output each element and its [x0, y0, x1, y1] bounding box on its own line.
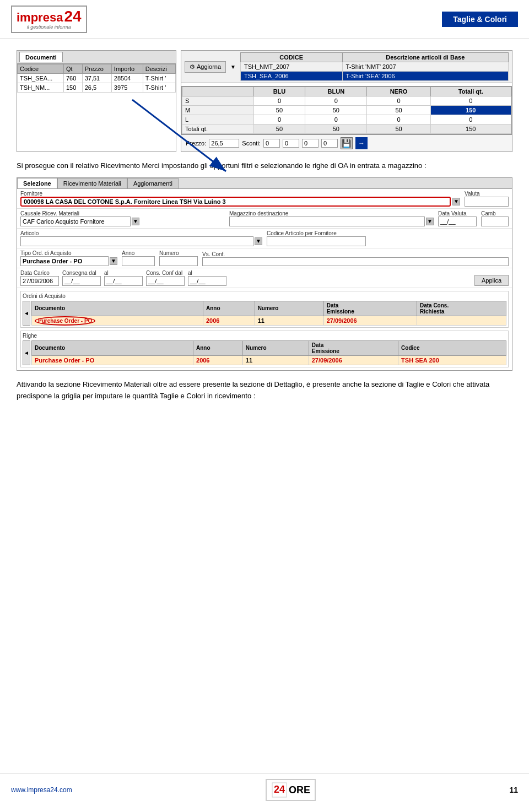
tab-selezione[interactable]: Selezione [17, 178, 57, 188]
cell-data-emissione: 27/09/2006 [323, 316, 417, 325]
col-size [182, 87, 254, 96]
article-list-table: CODICE Descrizione articoli di Base TSH_… [240, 52, 509, 81]
size-label-l: L [182, 115, 254, 124]
table-row[interactable]: TSH_SEA... 760 37,51 28504 T-Shirt ' [18, 74, 176, 83]
scroll-left-icon[interactable]: ◄ [23, 301, 30, 326]
right-panel: ⚙ Aggiorna ▼ CODICE Descrizione articoli… [181, 50, 512, 152]
aggiorna-button[interactable]: ⚙ Aggiorna [185, 61, 226, 73]
data-valuta-input[interactable] [438, 216, 477, 226]
anno-input[interactable] [122, 256, 155, 266]
vs-conf-label: Vs. Conf. [202, 251, 509, 257]
list-item[interactable]: TSH_NMT_2007 T-Shirt 'NMT' 2007 [240, 62, 508, 72]
list-item[interactable]: TSH_SEA_2006 T-Shirt 'SEA' 2006 [240, 72, 508, 81]
fornitore-dropdown[interactable]: ▼ [452, 198, 460, 205]
consegna-al-input[interactable] [104, 276, 143, 286]
magazzino-input[interactable] [229, 216, 425, 226]
causale-section: Causale Ricev. Materiali ▼ Magazzino des… [17, 209, 512, 229]
col-codice-art: CODICE [240, 53, 342, 62]
tipo-ord-dropdown[interactable]: ▼ [110, 257, 117, 265]
ordini-acquisto-title: Ordini di Acquisto [23, 293, 506, 299]
cons-conf-al-label: al [188, 270, 226, 276]
col-blu: BLU [253, 87, 305, 96]
size-row-s: S 0 0 0 0 [182, 96, 511, 106]
table-row[interactable]: Purchase Order - PO 2006 11 27/09/2006 T… [32, 355, 506, 365]
save-icon[interactable]: 💾 [341, 137, 353, 149]
main-content: Documenti Codice Qt Prezzo Importo Descr… [0, 39, 529, 421]
articolo-section: Articolo ▼ Codice Articolo per Fornitore [17, 229, 512, 248]
cell-l-nero[interactable]: 0 [367, 115, 430, 124]
causale-dropdown[interactable]: ▼ [132, 218, 139, 225]
cell-m-blu[interactable]: 50 [253, 106, 305, 115]
tab-ricevimento[interactable]: Ricevimento Materiali [57, 178, 127, 188]
cons-conf-al-input[interactable] [188, 276, 226, 286]
cell-tot-totali: 150 [430, 124, 511, 134]
cell-numero-r: 11 [242, 355, 309, 365]
cell-m-blun[interactable]: 50 [305, 106, 367, 115]
magazzino-dropdown[interactable]: ▼ [426, 218, 434, 225]
art-desc: T-Shirt 'SEA' 2006 [342, 72, 508, 81]
art-codice: TSH_NMT_2007 [240, 62, 342, 72]
numero-input[interactable] [159, 256, 198, 266]
table-row[interactable]: Purchase Order - PO 2006 11 27/09/2006 [32, 316, 506, 325]
footer-url: www.impresa24.com [11, 786, 72, 794]
sconto2-input[interactable] [283, 139, 299, 148]
anno-label: Anno [122, 250, 155, 256]
size-row-l: L 0 0 0 0 [182, 115, 511, 124]
applica-button[interactable]: Applica [474, 275, 509, 286]
codice-art-fornitore-input[interactable] [267, 236, 366, 246]
sconto3-input[interactable] [302, 139, 319, 148]
causale-input[interactable] [20, 216, 131, 226]
numero-label: Numero [159, 250, 198, 256]
size-label-totali: Totali qt. [182, 124, 254, 134]
cell-s-blun[interactable]: 0 [305, 96, 367, 106]
consegna-dal-input[interactable] [62, 276, 101, 286]
cell-l-blun[interactable]: 0 [305, 115, 367, 124]
cambio-label: Camb [481, 210, 509, 216]
articolo-input[interactable] [20, 236, 253, 246]
consegna-dal-label: Consegna dal [62, 270, 101, 276]
col-numero: Numero [255, 301, 323, 316]
cambio-input[interactable] [481, 216, 509, 226]
righe-table: Documento Anno Numero DataEmissione Codi… [31, 340, 506, 365]
circle-highlight: Purchase Order - PO [35, 316, 95, 326]
prezzo-label: Prezzo: [186, 140, 206, 147]
sconto1-input[interactable] [263, 139, 280, 148]
cell-prezzo: 37,51 [82, 74, 111, 83]
articolo-dropdown[interactable]: ▼ [255, 237, 262, 245]
size-row-totali: Totali qt. 50 50 50 150 [182, 124, 511, 134]
header: impresa 24 il gestionale informa Taglie … [0, 0, 529, 39]
price-bar: Prezzo: Sconti: 💾 → [181, 134, 512, 151]
documents-table: Codice Qt Prezzo Importo Descrizi TSH_SE… [17, 64, 176, 93]
tab-aggiornamenti[interactable]: Aggiornamenti [127, 178, 179, 188]
sconto4-input[interactable] [321, 139, 338, 148]
col-data-cons: Data Cons.Richiesta [417, 301, 506, 316]
data-carico-input[interactable] [20, 276, 59, 286]
tipo-ord-input[interactable] [20, 256, 109, 266]
fornitore-input[interactable] [20, 197, 451, 207]
navigate-icon[interactable]: → [355, 137, 368, 149]
vs-conf-input[interactable] [202, 257, 509, 266]
cell-l-blu[interactable]: 0 [253, 115, 305, 124]
prezzo-input[interactable] [209, 139, 239, 148]
cell-qt: 760 [64, 74, 83, 83]
col-desc-art: Descrizione articoli di Base [342, 53, 508, 62]
svg-text:24: 24 [274, 784, 285, 795]
documenti-tab[interactable]: Documenti [19, 52, 63, 62]
scroll-left-righe-icon[interactable]: ◄ [23, 340, 30, 365]
cell-anno: 2006 [203, 316, 255, 325]
col-descrizi: Descrizi [143, 64, 175, 74]
footer-logo: 24 ORE [266, 779, 316, 801]
col-numero-r: Numero [242, 340, 309, 355]
righe-section: Righe ◄ Documento Anno Numero DataEmissi… [20, 331, 509, 367]
valuta-input[interactable] [465, 197, 509, 207]
cell-codice: TSH_SEA... [18, 74, 64, 83]
cons-conf-dal-input[interactable] [146, 276, 185, 286]
art-desc: T-Shirt 'NMT' 2007 [342, 62, 508, 72]
cell-s-nero[interactable]: 0 [367, 96, 430, 106]
table-row[interactable]: TSH_NM... 150 26,5 3975 T-Shirt ' [18, 83, 176, 93]
page-number: 11 [509, 786, 518, 794]
cell-tot-blu: 50 [253, 124, 305, 134]
cell-m-nero[interactable]: 50 [367, 106, 430, 115]
cell-s-blu[interactable]: 0 [253, 96, 305, 106]
footer-logo-icon: 24 [271, 782, 288, 798]
